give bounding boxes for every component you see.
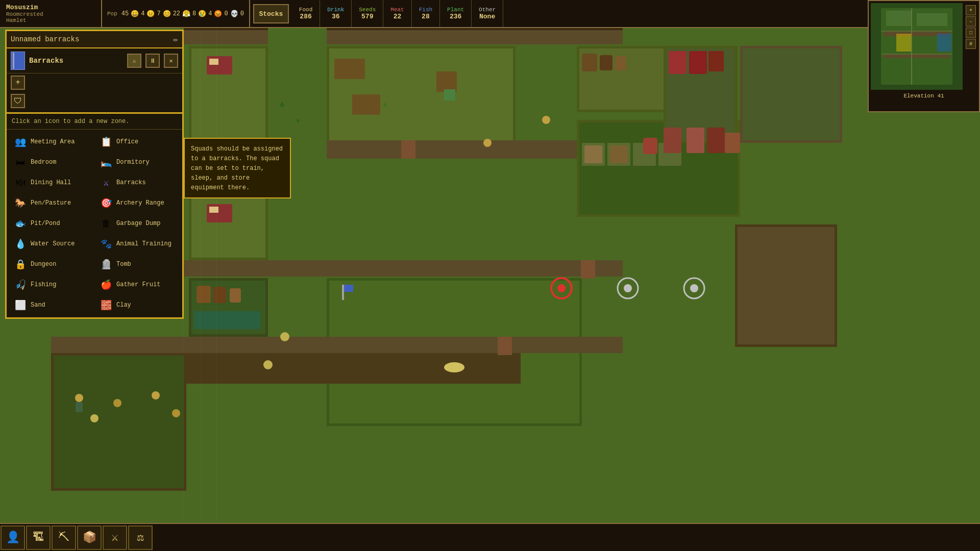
pop-icon-7: 💀 — [230, 10, 238, 18]
svg-point-84 — [113, 399, 121, 407]
svg-rect-15 — [582, 54, 597, 71]
animal-training-icon: 🐾 — [99, 237, 113, 251]
tool-justice-button[interactable]: ⚖ — [128, 525, 153, 550]
zone-barracks[interactable]: ⚔ Barracks — [94, 172, 180, 193]
svg-rect-72 — [664, 128, 681, 153]
pause-button[interactable]: ⏸ — [145, 54, 160, 68]
tool-dig-button[interactable]: ⛏ — [52, 525, 76, 550]
minimap-zoom-in[interactable]: + — [966, 5, 976, 15]
svg-rect-102 — [13, 53, 14, 69]
zone-garbage-dump[interactable]: 🗑 Garbage Dump — [94, 213, 180, 234]
zone-gather-fruit-label: Gather Fruit — [116, 281, 160, 288]
resource-plant: Plant 236 — [440, 0, 472, 27]
svg-point-86 — [172, 409, 180, 417]
settlement-info: Mosuszim Roomcrested Hamlet — [0, 0, 102, 27]
svg-rect-103 — [14, 54, 22, 60]
tool-military-button[interactable]: ⚔ — [103, 525, 127, 550]
zone-instruction: Click an icon to add a new zone. — [7, 114, 182, 130]
zone-bedroom[interactable]: 🛏 Bedroom — [9, 152, 94, 172]
svg-rect-49 — [344, 285, 353, 292]
zone-sand[interactable]: ⬜ Sand — [9, 295, 94, 315]
svg-rect-39 — [194, 311, 260, 329]
svg-rect-38 — [230, 288, 241, 303]
bottom-bar: 👤 🏗 ⛏ 📦 ⚔ ⚖ — [0, 523, 980, 551]
zone-barracks-label: Barracks — [116, 179, 146, 186]
zone-fishing[interactable]: 🎣 Fishing — [9, 274, 94, 295]
svg-rect-48 — [342, 285, 344, 300]
barracks-zone-icon: ⚔ — [99, 176, 113, 190]
zone-dungeon[interactable]: 🔒 Dungeon — [9, 254, 94, 274]
zone-dining-hall[interactable]: 🍽 Dining Hall — [9, 172, 94, 193]
minimap-controls: + - □ # — [965, 3, 977, 94]
svg-point-43 — [557, 284, 566, 292]
pop-icon-2: 😐 — [146, 10, 155, 18]
flag-icon — [12, 53, 24, 69]
svg-rect-101 — [937, 34, 951, 52]
tool-orders-button[interactable]: 📦 — [77, 525, 102, 550]
zone-office[interactable]: 📋 Office — [94, 132, 180, 152]
zone-gather-fruit[interactable]: 🍎 Gather Fruit — [94, 274, 180, 295]
shield-button[interactable]: 🛡 — [11, 94, 25, 108]
svg-rect-58 — [184, 353, 521, 384]
minimap-toggle[interactable]: □ — [966, 28, 976, 38]
barracks-extra-actions: + — [7, 73, 182, 92]
zone-dormitory[interactable]: 🛌 Dormitory — [94, 152, 180, 172]
zone-tomb[interactable]: 🪦 Tomb — [94, 254, 180, 274]
zone-meeting-area-label: Meeting Area — [31, 138, 75, 145]
zone-grid: 👥 Meeting Area 🛏 Bedroom 🍽 Dining Hall 🐎… — [7, 130, 182, 317]
resource-seeds: Seeds 579 — [352, 0, 383, 27]
svg-rect-73 — [687, 128, 704, 153]
zone-meeting-area[interactable]: 👥 Meeting Area — [9, 132, 94, 152]
svg-rect-96 — [884, 54, 950, 58]
zone-pen-pasture-label: Pen/Pasture — [31, 199, 71, 207]
svg-point-66 — [444, 362, 464, 372]
svg-text:♣: ♣ — [296, 117, 300, 124]
svg-rect-57 — [708, 51, 724, 71]
cancel-button[interactable]: ✕ — [164, 54, 178, 68]
svg-rect-81 — [54, 356, 184, 488]
minimap-canvas[interactable] — [871, 3, 963, 90]
pop-icon-4: 😤 — [182, 10, 190, 18]
tool-build-button[interactable]: 🏗 — [26, 525, 51, 550]
add-squad-button[interactable]: + — [11, 76, 25, 90]
clay-icon: 🧱 — [99, 298, 113, 312]
zone-animal-training[interactable]: 🐾 Animal Training — [94, 234, 180, 254]
zone-office-label: Office — [116, 138, 138, 145]
minimap-zoom-out[interactable]: - — [966, 16, 976, 27]
svg-point-87 — [90, 414, 99, 422]
svg-rect-75 — [725, 133, 740, 153]
resource-meat: Meat 22 — [383, 0, 411, 27]
water-source-icon: 💧 — [13, 237, 28, 251]
zone-pit-pond-label: Pit/Pond — [31, 220, 60, 227]
train-button[interactable]: ⚔ — [127, 54, 141, 68]
svg-rect-32 — [643, 138, 657, 154]
dormitory-icon: 🛌 — [99, 155, 113, 169]
garbage-dump-icon: 🗑 — [99, 216, 113, 231]
zone-water-source[interactable]: 💧 Water Source — [9, 234, 94, 254]
zone-pen-pasture[interactable]: 🐎 Pen/Pasture — [9, 193, 94, 213]
barracks-shield-actions: 🛡 — [7, 92, 182, 112]
archery-range-icon: 🎯 — [99, 196, 113, 210]
bedroom-icon: 🛏 — [13, 155, 28, 169]
resource-drink: Drink 36 — [320, 0, 352, 27]
zone-pit-pond[interactable]: 🐟 Pit/Pond — [9, 213, 94, 234]
edit-icon: ✏ — [173, 34, 178, 44]
tool-unit-button[interactable]: 👤 — [1, 525, 25, 550]
resource-fish: Fish 28 — [412, 0, 440, 27]
zone-water-source-label: Water Source — [31, 240, 75, 247]
svg-rect-31 — [610, 145, 628, 163]
zone-clay-label: Clay — [116, 302, 131, 309]
svg-rect-11 — [436, 71, 457, 92]
svg-rect-16 — [600, 55, 612, 70]
zone-animal-training-label: Animal Training — [116, 240, 172, 247]
stocks-button[interactable]: Stocks — [253, 4, 289, 23]
fishing-icon: 🎣 — [13, 278, 28, 292]
zones-section: Click an icon to add a new zone. 👥 Meeti… — [5, 114, 184, 319]
zone-clay[interactable]: 🧱 Clay — [94, 295, 180, 315]
tooltip-box: Squads should be assigned to a barracks.… — [184, 138, 291, 198]
zone-dining-hall-label: Dining Hall — [31, 179, 71, 186]
resources-section: Food 286 Drink 36 Seeds 579 Meat 22 Fish… — [292, 0, 888, 27]
dungeon-icon: 🔒 — [13, 257, 28, 271]
zone-archery-range[interactable]: 🎯 Archery Range — [94, 193, 180, 213]
minimap-grid[interactable]: # — [966, 39, 976, 49]
